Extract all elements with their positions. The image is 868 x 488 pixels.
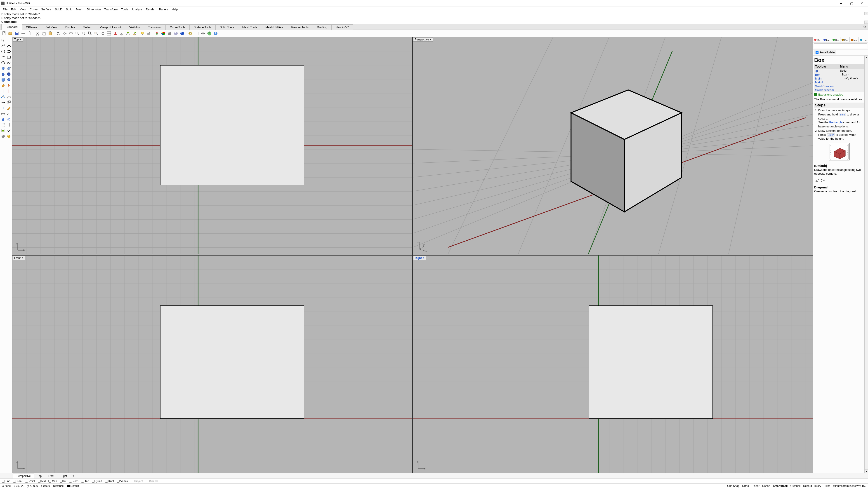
subd-primitives-icon[interactable] — [6, 77, 11, 83]
gold-material-icon[interactable] — [6, 133, 11, 139]
explode-icon[interactable] — [0, 83, 6, 88]
paste-icon[interactable] — [48, 31, 53, 36]
print-icon[interactable] — [20, 31, 26, 36]
freeform-curve-icon[interactable] — [6, 60, 11, 66]
scroll-down-icon[interactable]: ▾ — [865, 469, 868, 473]
tab-new-in-v7[interactable]: New in V7 — [331, 24, 353, 30]
zoom-selected-icon[interactable] — [94, 31, 99, 36]
chrome-sphere-icon[interactable] — [173, 31, 179, 36]
pointer-icon[interactable] — [0, 37, 6, 43]
help-icon[interactable]: ? — [213, 31, 218, 36]
text-icon[interactable]: T — [0, 105, 6, 111]
menu-subd[interactable]: SubD — [53, 7, 64, 11]
viewport-tab-perspective[interactable]: Perspective — [13, 474, 34, 479]
array-icon[interactable] — [0, 122, 6, 128]
status-cplane[interactable]: CPlane — [2, 484, 11, 488]
viewport-perspective[interactable]: Perspective▼ z y x — [413, 37, 813, 255]
viewport-top[interactable]: Top▼ y x — [12, 37, 412, 255]
wireframe-view-icon[interactable] — [6, 117, 11, 122]
surface-plane-icon[interactable] — [0, 66, 6, 71]
surface-corner-icon[interactable] — [6, 66, 11, 71]
cut-icon[interactable] — [35, 31, 40, 36]
minimize-button[interactable]: ─ — [836, 0, 846, 7]
osnap-int[interactable]: Int — [60, 480, 66, 483]
status-toggle-gumball[interactable]: Gumball — [790, 484, 801, 488]
osnap-perp[interactable]: Perp — [69, 480, 78, 483]
lock-icon[interactable] — [146, 31, 151, 36]
viewport-right[interactable]: Right▼ z y — [413, 256, 813, 473]
rectangle-link[interactable]: Rectangle — [829, 121, 842, 124]
tab-standard[interactable]: Standard — [1, 24, 22, 30]
tab-transform[interactable]: Transform — [144, 24, 166, 30]
tab-mesh-utilities[interactable]: Mesh Utilities — [261, 24, 287, 30]
tab-viewport-layout[interactable]: Viewport Layout — [96, 24, 125, 30]
menu-file[interactable]: File — [1, 7, 9, 11]
menu-edit[interactable]: Edit — [9, 7, 18, 11]
menu-surface[interactable]: Surface — [39, 7, 53, 11]
sphere-icon[interactable] — [6, 71, 11, 77]
polyline-icon[interactable] — [0, 43, 6, 48]
named-views-icon[interactable] — [113, 31, 118, 36]
blue-sphere-icon[interactable] — [180, 31, 185, 36]
set-cplane-icon[interactable] — [125, 31, 131, 36]
panel-tab[interactable]: P... — [813, 37, 822, 42]
clipboard-icon[interactable] — [27, 31, 32, 36]
link-solid-creation[interactable]: Solid Creation — [814, 84, 839, 88]
panel-scrollbar[interactable]: ▴▾ — [864, 56, 868, 473]
add-viewport-tab[interactable]: ✦ — [70, 473, 76, 479]
chevron-down-icon[interactable]: ▼ — [22, 257, 23, 259]
scroll-down-icon[interactable]: ▾ — [864, 21, 868, 24]
tab-surface-tools[interactable]: Surface Tools — [189, 24, 216, 30]
tab-drafting[interactable]: Drafting — [313, 24, 332, 30]
menu-mesh[interactable]: Mesh — [74, 7, 85, 11]
tab-curve-tools[interactable]: Curve Tools — [165, 24, 189, 30]
tab-render-tools[interactable]: Render Tools — [287, 24, 313, 30]
box-icon[interactable] — [0, 71, 6, 77]
menu-help[interactable]: Help — [170, 7, 180, 11]
trim-icon[interactable] — [0, 88, 6, 94]
tab-visibility[interactable]: Visibility — [125, 24, 144, 30]
join-icon[interactable] — [6, 83, 11, 88]
close-button[interactable]: ✕ — [857, 0, 867, 7]
cylinder-icon[interactable] — [0, 77, 6, 83]
panel-tab[interactable]: Li... — [850, 37, 859, 42]
panel-tab[interactable]: L... — [822, 37, 831, 42]
osnap-tan[interactable]: Tan — [81, 480, 89, 483]
status-toggle-record-history[interactable]: Record History — [803, 484, 821, 488]
search-input[interactable] — [814, 43, 867, 48]
offset-curve-icon[interactable] — [6, 122, 11, 128]
viewport-tab-top[interactable]: Top — [34, 474, 45, 478]
menu-tools[interactable]: Tools — [119, 7, 130, 11]
menu-transform[interactable]: Transform — [102, 7, 119, 11]
zoom-extents-icon[interactable] — [87, 31, 93, 36]
undo-icon[interactable] — [56, 31, 61, 36]
viewport-label-front[interactable]: Front▼ — [13, 256, 25, 260]
panel-tab[interactable]: R... — [831, 37, 840, 42]
tab-set-view[interactable]: Set View — [41, 24, 61, 30]
render-sphere-icon[interactable] — [167, 31, 172, 36]
ellipse-icon[interactable] — [6, 49, 11, 54]
split-icon[interactable] — [6, 88, 11, 94]
osnap-vertex[interactable]: Vertex — [117, 480, 128, 483]
menu-view[interactable]: View — [18, 7, 28, 11]
osnap-near[interactable]: Near — [13, 480, 22, 483]
extrusions-link[interactable]: Extrusions enabled — [814, 92, 864, 97]
group-icon[interactable] — [0, 128, 6, 133]
dimension-icon[interactable] — [0, 111, 6, 116]
four-viewports-icon[interactable] — [106, 31, 112, 36]
chevron-down-icon[interactable]: ▼ — [423, 257, 425, 259]
new-icon[interactable] — [1, 31, 7, 36]
move-icon[interactable] — [0, 100, 6, 105]
copy-icon[interactable] — [41, 31, 46, 36]
link-main[interactable]: Main — [814, 76, 839, 80]
tab-mesh-tools[interactable]: Mesh Tools — [238, 24, 261, 30]
properties-icon[interactable] — [194, 31, 199, 36]
status-toggle-planar[interactable]: Planar — [752, 484, 760, 488]
globe-icon[interactable] — [207, 31, 212, 36]
viewport-label-right[interactable]: Right▼ — [413, 256, 426, 260]
osnap-end[interactable]: End — [2, 480, 10, 483]
rectangle-icon[interactable] — [6, 55, 11, 60]
light-icon[interactable] — [140, 31, 145, 36]
status-toggle-filter[interactable]: Filter — [824, 484, 830, 488]
osnap-project[interactable]: Project — [131, 480, 143, 483]
